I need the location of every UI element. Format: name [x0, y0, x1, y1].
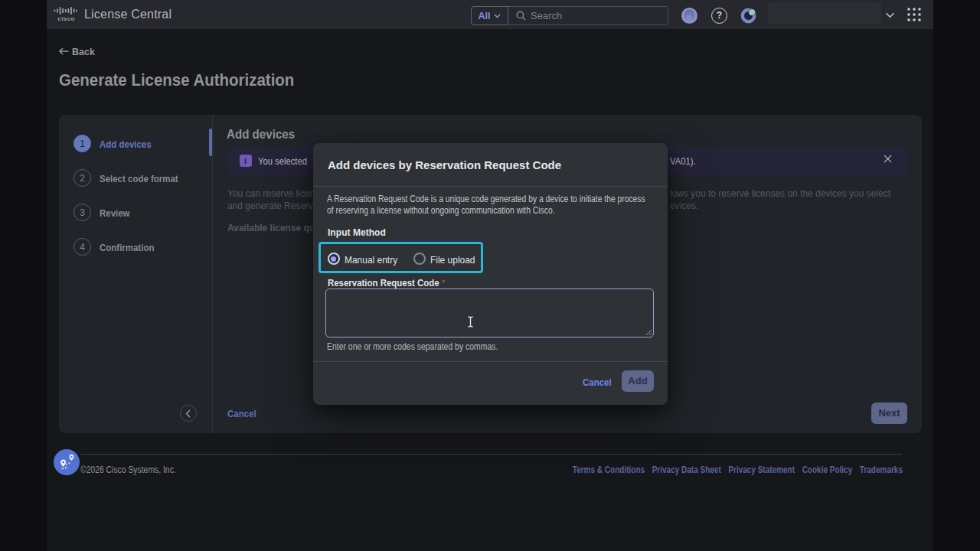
svg-text:cisco: cisco — [57, 15, 74, 22]
